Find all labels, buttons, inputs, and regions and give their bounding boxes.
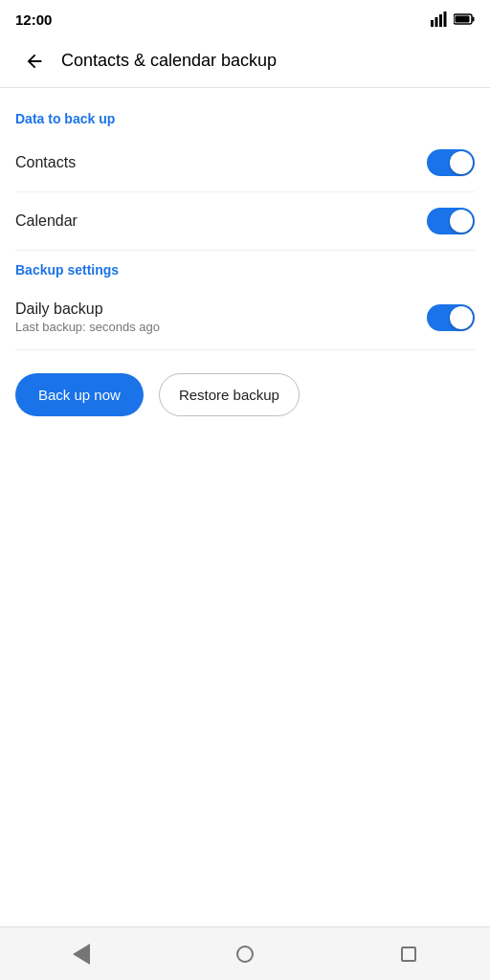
- daily-backup-text-block: Daily backup Last backup: seconds ago: [15, 301, 160, 334]
- svg-rect-1: [435, 17, 438, 27]
- daily-backup-sublabel: Last backup: seconds ago: [15, 320, 160, 334]
- nav-home-button[interactable]: [222, 931, 268, 977]
- daily-backup-label: Daily backup: [15, 301, 160, 318]
- back-arrow-icon: [24, 51, 45, 72]
- nav-recents-button[interactable]: [386, 931, 432, 977]
- calendar-setting-row: Calendar: [15, 192, 475, 251]
- svg-rect-0: [431, 20, 434, 27]
- status-bar: 12:00: [0, 0, 490, 34]
- recents-nav-icon: [401, 947, 416, 962]
- daily-backup-setting-row: Daily backup Last backup: seconds ago: [15, 285, 475, 350]
- app-bar: Contacts & calendar backup: [0, 34, 490, 88]
- battery-icon: [454, 13, 475, 25]
- calendar-toggle[interactable]: [427, 208, 475, 234]
- contacts-setting-row: Contacts: [15, 134, 475, 192]
- status-time: 12:00: [15, 11, 52, 28]
- restore-backup-button[interactable]: Restore backup: [159, 373, 300, 416]
- action-buttons-row: Back up now Restore backup: [15, 373, 475, 416]
- calendar-toggle-thumb: [450, 210, 473, 233]
- nav-back-button[interactable]: [58, 931, 104, 977]
- contacts-toggle-thumb: [450, 151, 473, 174]
- bottom-navigation: [0, 926, 490, 980]
- back-button[interactable]: [15, 42, 54, 80]
- contacts-label: Contacts: [15, 154, 76, 171]
- svg-rect-5: [473, 17, 475, 22]
- svg-rect-2: [439, 14, 442, 27]
- daily-backup-toggle[interactable]: [427, 304, 475, 331]
- back-up-now-button[interactable]: Back up now: [15, 373, 144, 416]
- daily-backup-toggle-thumb: [450, 306, 473, 329]
- page-title: Contacts & calendar backup: [61, 51, 277, 71]
- contacts-toggle[interactable]: [427, 149, 475, 176]
- status-icons: [431, 11, 475, 27]
- svg-rect-3: [444, 11, 447, 27]
- content-area: Data to back up Contacts Calendar Backup…: [0, 88, 490, 432]
- svg-rect-6: [456, 16, 470, 23]
- data-to-backup-header: Data to back up: [15, 111, 475, 126]
- calendar-label: Calendar: [15, 212, 78, 230]
- signal-icon: [431, 11, 448, 27]
- home-nav-icon: [236, 946, 254, 963]
- back-nav-icon: [73, 944, 90, 965]
- backup-settings-header: Backup settings: [15, 262, 475, 278]
